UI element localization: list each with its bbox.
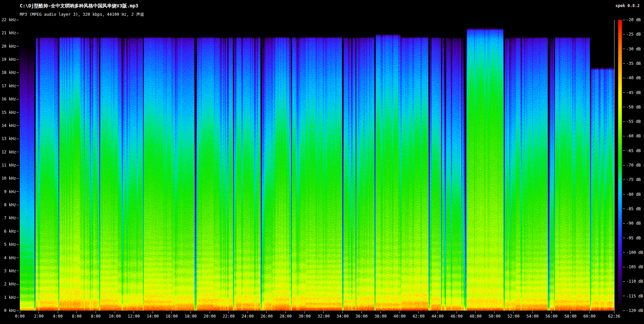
time-tick-mark (362, 311, 362, 313)
time-tick-mark (532, 311, 533, 313)
db-tick-label: -85 dB (626, 207, 641, 211)
db-tick-label: -120 dB (626, 309, 643, 313)
time-tick-label: 20:00 (200, 314, 220, 318)
freq-tick-label: 11 kHz (0, 163, 16, 167)
time-tick-mark (494, 311, 495, 313)
time-tick-label: 58:00 (560, 314, 581, 318)
db-tick-label: -80 dB (626, 192, 641, 196)
time-tick-label: 16:00 (162, 314, 182, 318)
time-tick-label: 62:36 (604, 314, 624, 318)
freq-tick-mark (16, 311, 19, 311)
time-tick-label: 60:00 (579, 314, 599, 318)
db-tick-mark (623, 311, 625, 311)
time-tick-mark (305, 311, 305, 313)
db-tick-mark (623, 194, 625, 194)
freq-tick-label: 1 kHz (0, 295, 16, 299)
freq-tick-mark (16, 139, 19, 139)
freq-tick-mark (16, 46, 19, 46)
freq-tick-mark (16, 191, 19, 192)
freq-tick-mark (16, 33, 19, 33)
db-tick-mark (623, 267, 625, 267)
time-tick-label: 42:00 (409, 314, 429, 318)
time-tick-label: 4:00 (48, 314, 68, 318)
time-tick-mark (589, 311, 590, 313)
time-tick-mark (614, 311, 614, 313)
freq-tick-label: 3 kHz (0, 269, 16, 273)
freq-tick-mark (16, 99, 19, 99)
db-tick-mark (623, 49, 625, 49)
db-tick-label: -110 dB (626, 279, 643, 283)
time-tick-mark (475, 311, 476, 313)
freq-tick-mark (16, 231, 19, 231)
db-tick-label: -25 dB (626, 32, 641, 36)
freq-tick-label: 20 kHz (0, 44, 16, 48)
db-tick-label: -65 dB (626, 149, 641, 153)
db-tick-label: -115 dB (626, 294, 643, 298)
time-tick-mark (323, 311, 324, 313)
db-tick-mark (623, 92, 625, 93)
freq-tick-label: 4 kHz (0, 256, 16, 260)
time-tick-label: 8:00 (86, 314, 106, 318)
time-tick-label: 22:00 (219, 314, 239, 318)
time-tick-mark (191, 311, 191, 313)
db-tick-mark (623, 180, 625, 180)
time-tick-label: 18:00 (181, 314, 201, 318)
db-tick-mark (623, 122, 625, 122)
time-tick-label: 38:00 (371, 314, 391, 318)
freq-tick-label: 9 kHz (0, 190, 16, 194)
freq-tick-label: 6 kHz (0, 229, 16, 233)
db-tick-label: -50 dB (626, 105, 641, 109)
freq-tick-label: 15 kHz (0, 110, 16, 114)
db-tick-mark (623, 150, 625, 151)
time-tick-label: 26:00 (257, 314, 277, 318)
freq-tick-label: 14 kHz (0, 124, 16, 128)
db-tick-label: -30 dB (626, 47, 641, 51)
db-tick-label: -20 dB (626, 18, 641, 22)
db-tick-mark (623, 78, 625, 78)
time-tick-mark (266, 311, 267, 313)
freq-tick-mark (16, 297, 19, 297)
time-tick-label: 48:00 (466, 314, 486, 318)
time-tick-mark (96, 311, 96, 313)
time-tick-mark (457, 311, 457, 313)
db-tick-mark (623, 63, 625, 63)
time-tick-mark (380, 311, 381, 313)
db-tick-mark (623, 165, 625, 166)
freq-tick-mark (16, 112, 19, 112)
freq-tick-mark (16, 59, 19, 60)
time-tick-label: 14:00 (143, 314, 163, 318)
freq-tick-mark (16, 125, 19, 126)
freq-tick-label: 13 kHz (0, 137, 16, 141)
freq-tick-label: 21 kHz (0, 31, 16, 35)
freq-tick-mark (16, 205, 19, 205)
freq-tick-label: 12 kHz (0, 150, 16, 154)
time-tick-mark (513, 311, 514, 313)
time-tick-label: 56:00 (541, 314, 561, 318)
db-tick-label: -55 dB (626, 120, 641, 124)
db-tick-label: -35 dB (626, 61, 641, 65)
time-tick-label: 6:00 (67, 314, 87, 318)
time-tick-mark (342, 311, 343, 313)
app-version-label: spek 0.8.2 (615, 3, 640, 8)
freq-tick-mark (16, 284, 19, 284)
db-tick-label: -95 dB (626, 236, 641, 240)
db-tick-label: -90 dB (626, 221, 641, 225)
freq-tick-label: 7 kHz (0, 216, 16, 220)
freq-tick-mark (16, 20, 19, 20)
db-tick-mark (623, 34, 625, 35)
time-tick-mark (115, 311, 115, 313)
freq-tick-label: 8 kHz (0, 203, 16, 207)
time-tick-label: 50:00 (484, 314, 504, 318)
time-tick-label: 44:00 (427, 314, 447, 318)
spectrogram-canvas (20, 20, 614, 311)
freq-tick-mark (16, 244, 19, 245)
db-tick-label: -45 dB (626, 91, 641, 95)
time-tick-mark (551, 311, 552, 313)
time-tick-label: 2:00 (29, 314, 49, 318)
freq-tick-label: 18 kHz (0, 71, 16, 75)
plot-right-border (614, 20, 614, 311)
freq-tick-mark (16, 218, 19, 218)
time-tick-label: 0:00 (10, 314, 30, 318)
time-tick-mark (153, 311, 153, 313)
db-tick-mark (623, 281, 625, 282)
